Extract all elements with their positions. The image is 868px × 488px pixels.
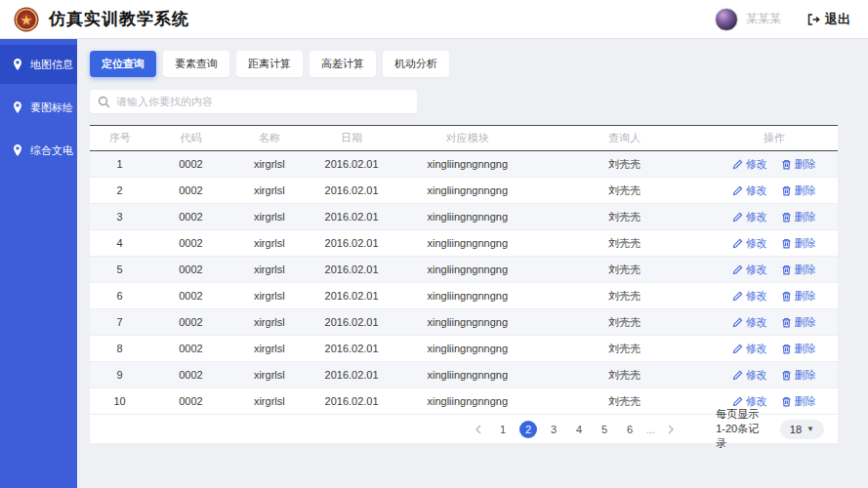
search-input[interactable]: [116, 96, 409, 107]
records-table: 序号 代码 名称 日期 对应模块 查询人 操作: [90, 125, 838, 415]
cell-seq: 6: [90, 283, 149, 309]
cell-module: xingliingngnngng: [396, 283, 539, 309]
table-row: 8 0002 xirgrlsl 2016.02.01 xingliingngnn…: [90, 336, 838, 362]
chevron-down-icon: ▼: [806, 425, 814, 433]
edit-button[interactable]: 修改: [732, 368, 767, 383]
table-row: 6 0002 xirgrlsl 2016.02.01 xingliingngnn…: [90, 283, 838, 309]
cell-module: xingliingngnngng: [396, 388, 539, 415]
tab[interactable]: 距离计算: [236, 51, 303, 77]
next-page-button[interactable]: [663, 422, 679, 437]
user-avatar[interactable]: [715, 8, 738, 31]
row-actions: 修改 删除: [711, 309, 838, 335]
delete-label: 删除: [795, 289, 816, 304]
edit-button[interactable]: 修改: [732, 315, 767, 330]
delete-button[interactable]: 删除: [781, 236, 816, 251]
page-number-button[interactable]: 1: [494, 421, 512, 438]
trash-icon: [781, 396, 792, 407]
delete-button[interactable]: 删除: [781, 342, 816, 356]
cell-date: 2016.02.01: [307, 336, 396, 362]
logout-button[interactable]: 退出: [806, 11, 850, 28]
cell-person: 刘壳壳: [539, 257, 711, 283]
cell-name: xirgrlsl: [232, 388, 308, 415]
tab[interactable]: 定位查询: [90, 51, 156, 77]
edit-button[interactable]: 修改: [732, 183, 767, 198]
sidebar-item[interactable]: 地图信息: [0, 45, 77, 84]
delete-label: 删除: [795, 394, 816, 409]
cell-module: xingliingngnngng: [396, 151, 539, 178]
delete-label: 删除: [795, 315, 816, 330]
edit-button[interactable]: 修改: [732, 289, 767, 304]
cell-date: 2016.02.01: [307, 178, 396, 204]
edit-button[interactable]: 修改: [732, 263, 767, 277]
delete-button[interactable]: 删除: [781, 210, 816, 224]
tab[interactable]: 机动分析: [383, 51, 449, 77]
delete-button[interactable]: 删除: [781, 157, 816, 172]
page-size-value: 18: [790, 424, 802, 435]
column-header: 日期: [307, 126, 396, 151]
delete-label: 删除: [795, 368, 816, 383]
delete-button[interactable]: 删除: [781, 315, 816, 330]
tab[interactable]: 高差计算: [310, 51, 376, 77]
trash-icon: [781, 185, 792, 196]
cell-name: xirgrlsl: [232, 283, 308, 309]
edit-button[interactable]: 修改: [732, 210, 767, 224]
page-number-button[interactable]: 5: [596, 421, 613, 438]
page-number-label: 3: [551, 424, 557, 435]
row-actions: 修改 删除: [711, 362, 838, 387]
delete-button[interactable]: 删除: [781, 368, 816, 383]
trash-icon: [781, 264, 792, 275]
delete-label: 删除: [795, 263, 816, 277]
prev-page-button[interactable]: [471, 422, 486, 437]
cell-module: xingliingngnngng: [396, 178, 539, 204]
row-actions: 修改 删除: [711, 178, 838, 203]
edit-button[interactable]: 修改: [732, 342, 767, 356]
cell-person: 刘壳壳: [539, 151, 711, 178]
edit-pen-icon: [732, 212, 743, 223]
page-number-button[interactable]: 3: [545, 421, 562, 438]
sidebar-item[interactable]: 综合文电: [0, 131, 77, 170]
cell-module: xingliingngnngng: [396, 362, 539, 388]
cell-name: xirgrlsl: [232, 362, 308, 388]
edit-label: 修改: [746, 368, 767, 383]
tab[interactable]: 要素查询: [163, 51, 229, 77]
cell-date: 2016.02.01: [307, 309, 396, 336]
table-card: 序号 代码 名称 日期 对应模块 查询人 操作: [90, 125, 838, 443]
edit-button[interactable]: 修改: [732, 236, 767, 251]
delete-label: 删除: [795, 183, 816, 198]
table-row: 2 0002 xirgrlsl 2016.02.01 xingliingngnn…: [90, 178, 838, 204]
column-header: 序号: [90, 126, 149, 151]
cell-module: xingliingngnngng: [396, 336, 539, 362]
sidebar-item[interactable]: 要图标绘: [0, 88, 77, 127]
cell-person: 刘壳壳: [539, 230, 711, 257]
cell-date: 2016.02.01: [307, 388, 396, 415]
cell-person: 刘壳壳: [539, 204, 711, 230]
cell-name: xirgrlsl: [232, 178, 308, 204]
page-number-button[interactable]: 2: [519, 421, 537, 438]
cell-date: 2016.02.01: [307, 283, 396, 309]
table-row: 4 0002 xirgrlsl 2016.02.01 xingliingngnn…: [90, 230, 838, 257]
page-number-button[interactable]: 4: [570, 421, 588, 438]
page-size-select[interactable]: 18 ▼: [780, 420, 824, 439]
delete-button[interactable]: 删除: [781, 263, 816, 277]
pagination-bar: 1 2 3 4: [90, 415, 838, 443]
delete-button[interactable]: 删除: [781, 394, 816, 409]
page-ellipsis: ...: [646, 424, 655, 435]
logout-icon: [806, 13, 820, 26]
column-header: 名称: [232, 126, 308, 151]
column-header: 操作: [711, 126, 838, 151]
edit-button[interactable]: 修改: [732, 157, 767, 172]
row-actions: 修改 删除: [711, 230, 838, 256]
table-header-row: 序号 代码 名称 日期 对应模块 查询人 操作: [90, 126, 838, 151]
delete-button[interactable]: 删除: [781, 183, 816, 198]
cell-seq: 7: [90, 309, 149, 336]
cell-code: 0002: [149, 336, 231, 362]
delete-button[interactable]: 删除: [781, 289, 816, 304]
records-summary: 每页显示1-20条记录: [716, 407, 768, 451]
main-content: 定位查询 要素查询 距离计算 高差计算 机动分析: [77, 39, 868, 488]
page-number-label: 2: [525, 424, 531, 435]
cell-code: 0002: [149, 257, 231, 283]
search-icon: [98, 96, 110, 108]
page-number-button[interactable]: 6: [621, 421, 639, 438]
edit-label: 修改: [746, 289, 767, 304]
trash-icon: [781, 212, 792, 223]
